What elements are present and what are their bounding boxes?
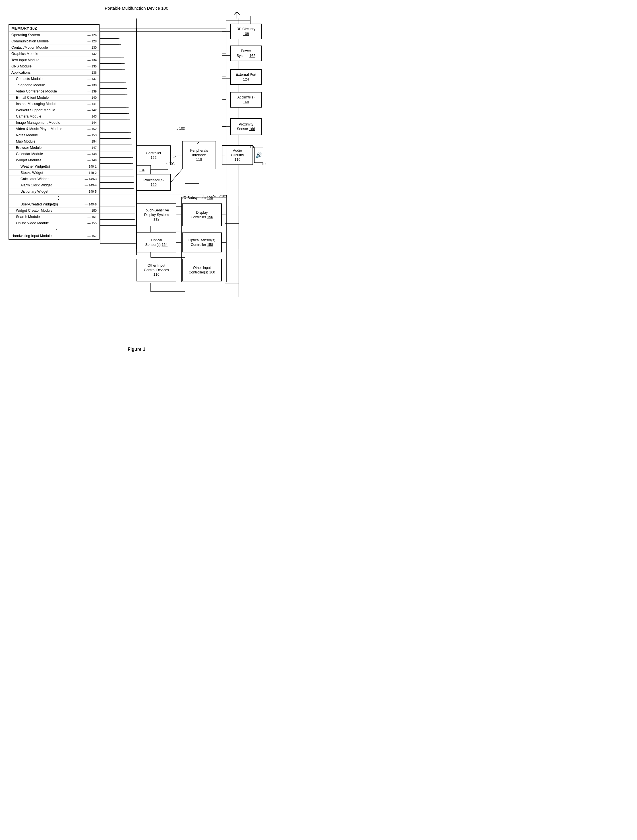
antenna-symbol: [233, 11, 241, 21]
row-handwriting: Handwriting Input Module — 157: [9, 233, 99, 239]
controller-box: Controller122: [137, 145, 170, 165]
figure-label: Figure 1: [6, 347, 267, 352]
processor-box: Processor(s)120: [137, 174, 170, 191]
row-image-mgmt: Image Management Module — 144: [9, 120, 99, 126]
row-weather: Weather Widget(s) — 149-1: [9, 163, 99, 170]
row-gps: GPS Module — 135: [9, 63, 99, 69]
row-widget-modules: Widget Modules — 149: [9, 157, 99, 163]
audio-ref-111: 111: [249, 145, 254, 148]
optical-controller-box: Optical sensor(s)Controller 158: [182, 232, 222, 253]
label-104: 104: [139, 168, 145, 172]
acclrmtrs-box: Acclrmtr(s)168: [230, 92, 262, 107]
row-im: Instant Messaging Module — 141: [9, 101, 99, 107]
row-dots2: ⋮: [9, 226, 99, 233]
label-103a: ↙103: [176, 126, 185, 131]
external-port-box: External Port124: [230, 69, 262, 85]
rf-circuitry-box: RF Circuitry108: [230, 24, 262, 39]
memory-box: MEMORY 102 Operating System — 126 Commun…: [8, 24, 99, 240]
row-email: E-mail Client Module — 140: [9, 95, 99, 101]
touch-display-box: Touch-SensitiveDisplay System112: [137, 204, 176, 226]
row-calculator: Calculator Widget — 149-3: [9, 176, 99, 182]
audio-circuitry-box: AudioCircuitry110: [222, 145, 253, 165]
display-controller-box: DisplayController 156: [182, 204, 222, 226]
io-label: I/O Subsystem 106: [181, 196, 213, 200]
row-stocks: Stocks Widget — 149-2: [9, 170, 99, 176]
row-comm: Communication Module — 128: [9, 38, 99, 44]
row-video-music: Video & Music Player Module — 152: [9, 126, 99, 132]
other-input-controller-box: Other InputController(s) 160: [182, 259, 222, 281]
row-alarm: Alarm Clock Widget — 149-4: [9, 182, 99, 188]
svg-line-114: [170, 169, 182, 182]
row-text: Text Input Module — 134: [9, 57, 99, 63]
row-contact: Contact/Motion Module — 130: [9, 44, 99, 51]
memory-ref: 102: [30, 26, 37, 30]
page-title: Portable Multifunction Device 100: [6, 6, 267, 11]
row-video-conf: Video Conference Module — 139: [9, 88, 99, 95]
row-widget-creator: Widget Creator Module — 150: [9, 207, 99, 214]
row-contacts: Contacts Module — 137: [9, 76, 99, 82]
speaker-ref: 113: [261, 163, 266, 166]
row-dots1: ⋮: [9, 195, 99, 201]
peripherals-box: PeripheralsInterface118: [182, 141, 216, 169]
row-browser: Browser Module — 147: [9, 145, 99, 151]
optical-sensors-box: OpticalSensor(s) 164: [137, 232, 176, 253]
row-calendar: Calendar Module — 148: [9, 151, 99, 157]
row-user-widget: User-Created Widget(s) — 149-6: [9, 201, 99, 207]
speaker-icon: 🔊: [254, 147, 263, 163]
memory-title: MEMORY 102: [9, 25, 99, 32]
row-telephone: Telephone Module — 138: [9, 82, 99, 88]
row-camera: Camera Module — 143: [9, 113, 99, 120]
row-applications: Applications — 136: [9, 69, 99, 76]
row-map: Map Module — 154: [9, 138, 99, 145]
power-system-box: PowerSystem 162: [230, 46, 262, 61]
row-search: Search Module — 151: [9, 214, 99, 220]
other-input-box: Other InputControl Devices116: [137, 259, 176, 281]
row-dictionary: Dictionary Widget — 149-5: [9, 188, 99, 195]
memory-label: MEMORY: [11, 26, 29, 30]
label-103b: ↖103: [166, 162, 175, 166]
main-diagram: MEMORY 102 Operating System — 126 Commun…: [6, 16, 267, 340]
row-online-video: Online Video Module — 155: [9, 220, 99, 226]
row-os: Operating System — 126: [9, 32, 99, 38]
label-103c: ↙103: [218, 194, 227, 198]
row-notes: Notes Module — 153: [9, 132, 99, 138]
proximity-sensor-box: ProximitySensor 166: [230, 118, 262, 135]
row-graphics: Graphics Module — 132: [9, 51, 99, 57]
row-workout: Workout Support Module — 142: [9, 107, 99, 113]
